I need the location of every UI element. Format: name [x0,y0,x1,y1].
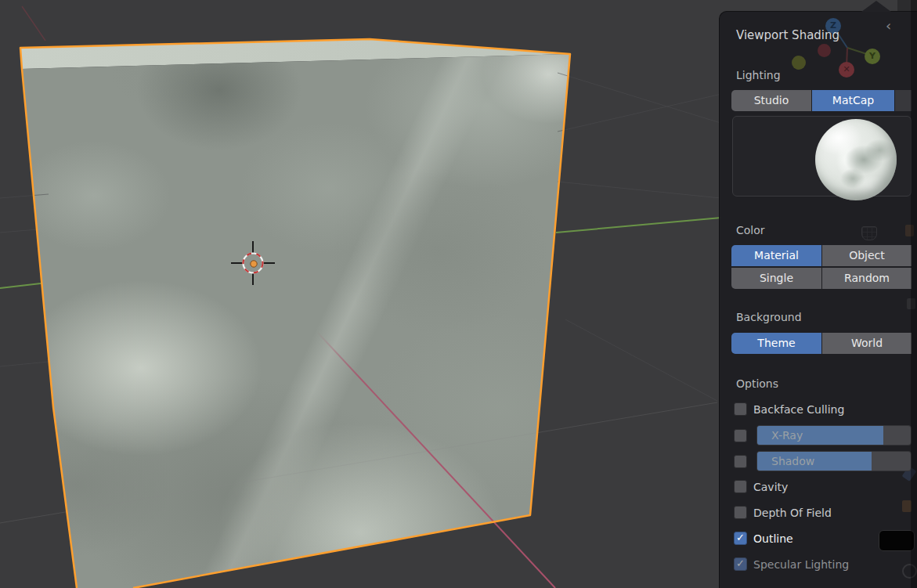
lighting-studio-button[interactable]: Studio [731,90,811,111]
background-world-button[interactable]: World [822,333,912,354]
cube-object[interactable] [0,0,595,588]
depth-of-field-label[interactable]: Depth Of Field [753,507,832,519]
matcap-sphere-preview[interactable] [815,119,897,200]
outline-label[interactable]: Outline [753,532,793,545]
outline-color-swatch[interactable] [879,530,915,551]
backface-culling-label[interactable]: Backface Culling [753,403,844,416]
color-random-button[interactable]: Random [822,268,912,289]
x-axis-line-far [22,6,45,41]
blender-3d-viewport[interactable]: Z Y ✕ ‹ Viewport Shading Lighting Studio… [0,0,917,588]
lighting-section-label: Lighting [736,69,781,81]
shadow-slider[interactable]: Shadow [756,451,912,471]
color-single-button[interactable]: Single [731,268,821,289]
options-section-label: Options [736,377,778,390]
cavity-checkbox[interactable] [734,480,747,493]
xray-slider[interactable]: X-Ray [756,425,912,446]
color-object-button[interactable]: Object [822,245,912,266]
shadow-checkbox[interactable] [734,455,747,468]
background-section-label: Background [736,311,802,323]
chevron-left-icon: ‹ [886,20,891,31]
color-section-label: Color [736,224,765,236]
lighting-flat-button-partial[interactable] [895,90,912,111]
xray-checkbox[interactable] [734,429,747,442]
specular-lighting-label[interactable]: Specular Lighting [753,558,849,571]
popover-title: Viewport Shading [736,28,839,42]
xray-slider-label: X-Ray [771,426,803,446]
specular-lighting-checkbox[interactable] [734,557,747,571]
popover-arrow [861,1,891,12]
backface-culling-checkbox[interactable] [734,402,747,416]
cavity-label[interactable]: Cavity [753,481,788,493]
color-material-button[interactable]: Material [731,245,821,266]
top-right-shade [897,0,917,11]
background-theme-button[interactable]: Theme [731,333,821,354]
shadow-slider-label: Shadow [771,452,814,471]
lighting-matcap-button[interactable]: MatCap [812,90,894,111]
depth-of-field-checkbox[interactable] [734,506,747,519]
outline-checkbox[interactable] [734,532,747,545]
